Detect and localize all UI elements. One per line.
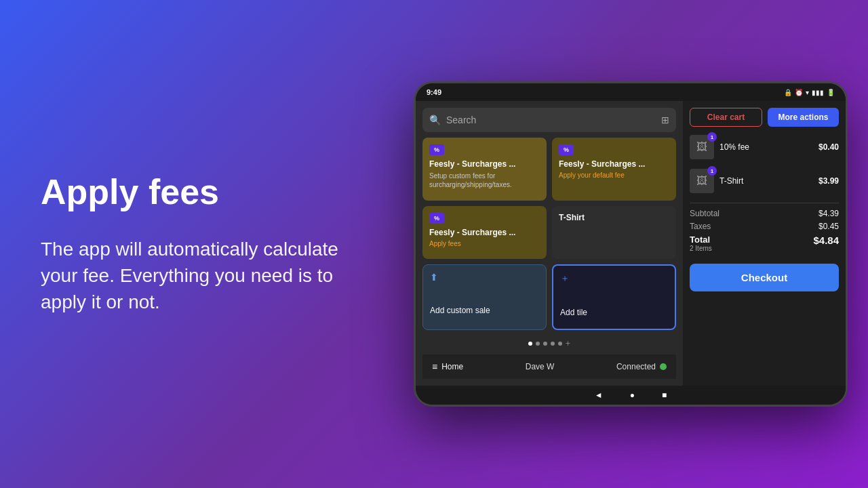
product-grid: % Feesly - Surcharges ... Setup custom f… xyxy=(422,138,676,330)
dot-plus: + xyxy=(566,340,570,348)
app-content: 🔍 Search ⊞ % Feesly - Surcharges ... Set… xyxy=(416,101,846,386)
nav-bar: ◄ ● ■ xyxy=(416,386,846,405)
fee-badge: 1 xyxy=(707,132,717,142)
cart-totals: Subtotal $4.39 Taxes $0.45 Total 2 Items… xyxy=(690,203,839,256)
feesly-1-desc: Setup custom fees for surcharging/shippi… xyxy=(429,171,540,189)
total-value: $4.84 xyxy=(813,235,839,252)
user-label: Dave W xyxy=(526,362,555,371)
tile-add-tile[interactable]: ＋ Add tile xyxy=(552,264,676,330)
more-actions-button[interactable]: More actions xyxy=(768,108,839,127)
subtotal-value: $4.39 xyxy=(818,209,839,218)
tile-feesly-2[interactable]: % Feesly - Surcharges ... Apply your def… xyxy=(552,138,676,201)
cart-item-fee[interactable]: 🖼 1 10% fee $0.40 xyxy=(690,132,839,162)
tshirt-image-icon: 🖼 xyxy=(696,175,707,187)
status-bar: 9:49 🔒 ⏰ ▾ ▮▮▮ 🔋 xyxy=(416,83,846,101)
hamburger-icon: ≡ xyxy=(432,361,437,372)
tshirt-name: T-Shirt xyxy=(559,213,669,222)
cart-item-tshirt[interactable]: 🖼 1 T-Shirt $3.99 xyxy=(690,166,839,196)
custom-sale-label: Add custom sale xyxy=(430,306,539,315)
checkout-button[interactable]: Checkout xyxy=(690,264,839,291)
bottom-user: Dave W xyxy=(526,362,555,371)
upload-icon: ⬆ xyxy=(430,272,539,283)
tablet-wrapper: 9:49 🔒 ⏰ ▾ ▮▮▮ 🔋 🔍 Search ⊞ xyxy=(414,81,848,407)
tile-feesly-3[interactable]: % Feesly - Surcharges ... Apply fees xyxy=(422,206,547,259)
tile-custom-sale[interactable]: ⬆ Add custom sale xyxy=(422,264,547,330)
taxes-value: $0.45 xyxy=(818,222,839,231)
search-input-placeholder: Search xyxy=(446,115,656,125)
subtitle: The app will automatically calculate you… xyxy=(41,236,339,316)
feesly-2-name: Feesly - Surcharges ... xyxy=(559,159,669,169)
feesly-3-badge: % xyxy=(429,213,444,224)
page-dots: + xyxy=(422,336,676,349)
fee-item-price: $0.40 xyxy=(818,142,839,152)
tile-feesly-1[interactable]: % Feesly - Surcharges ... Setup custom f… xyxy=(422,138,547,201)
action-buttons: Clear cart More actions xyxy=(690,108,839,127)
bottom-bar: ≡ Home Dave W Connected xyxy=(422,354,676,379)
feesly-1-badge: % xyxy=(429,144,444,155)
tshirt-item-name: T-Shirt xyxy=(719,176,813,186)
subtotal-row: Subtotal $4.39 xyxy=(690,209,839,218)
wifi-icon: ▾ xyxy=(806,89,809,96)
bottom-home[interactable]: ≡ Home xyxy=(432,361,463,372)
dot-1 xyxy=(528,342,532,346)
cart-item-fee-info: 10% fee xyxy=(719,142,813,152)
taxes-label: Taxes xyxy=(690,222,711,231)
clear-cart-button[interactable]: Clear cart xyxy=(690,108,762,127)
dot-3 xyxy=(543,342,547,346)
lock-icon: 🔒 xyxy=(784,89,792,96)
connected-label: Connected xyxy=(616,362,656,371)
total-row: Total 2 Items $4.84 xyxy=(690,235,839,252)
total-label-col: Total 2 Items xyxy=(690,235,712,252)
back-button[interactable]: ◄ xyxy=(595,390,603,400)
main-title: Apply fees xyxy=(41,173,339,211)
tablet: 9:49 🔒 ⏰ ▾ ▮▮▮ 🔋 🔍 Search ⊞ xyxy=(414,81,848,407)
home-label: Home xyxy=(441,362,463,371)
tshirt-badge: 1 xyxy=(707,166,717,176)
feesly-2-desc: Apply your default fee xyxy=(559,171,669,179)
feesly-3-name: Feesly - Surcharges ... xyxy=(429,228,540,237)
connected-indicator xyxy=(660,363,667,370)
alarm-icon: ⏰ xyxy=(795,89,803,96)
total-label: Total xyxy=(690,235,712,245)
fee-image-icon: 🖼 xyxy=(696,141,707,153)
signal-icon: ▮▮▮ xyxy=(812,89,824,96)
cart-item-fee-image: 🖼 1 xyxy=(690,135,714,159)
feesly-1-name: Feesly - Surcharges ... xyxy=(429,159,540,169)
feesly-2-badge: % xyxy=(559,144,574,155)
status-icons: 🔒 ⏰ ▾ ▮▮▮ 🔋 xyxy=(784,89,835,96)
taxes-row: Taxes $0.45 xyxy=(690,222,839,231)
cart-item-tshirt-info: T-Shirt xyxy=(719,176,813,186)
dot-2 xyxy=(536,342,540,346)
products-panel: 🔍 Search ⊞ % Feesly - Surcharges ... Set… xyxy=(416,101,683,386)
dot-5 xyxy=(558,342,562,346)
status-time: 9:49 xyxy=(427,88,441,96)
home-button[interactable]: ● xyxy=(630,390,635,400)
total-sublabel: 2 Items xyxy=(690,245,712,252)
search-bar[interactable]: 🔍 Search ⊞ xyxy=(422,108,676,132)
fee-item-name: 10% fee xyxy=(719,142,813,152)
subtotal-label: Subtotal xyxy=(690,209,719,218)
tile-tshirt[interactable]: T-Shirt xyxy=(552,206,676,259)
battery-icon: 🔋 xyxy=(827,89,835,96)
bottom-connected: Connected xyxy=(616,362,667,371)
dot-4 xyxy=(551,342,555,346)
feesly-3-desc: Apply fees xyxy=(429,240,540,247)
cart-item-tshirt-image: 🖼 1 xyxy=(690,169,714,193)
left-panel: Apply fees The app will automatically ca… xyxy=(0,132,380,357)
plus-icon: ＋ xyxy=(560,272,668,285)
grid-icon: ⊞ xyxy=(661,115,669,125)
add-tile-label: Add tile xyxy=(560,308,668,317)
recent-button[interactable]: ■ xyxy=(662,390,667,400)
search-icon: 🔍 xyxy=(429,115,441,125)
tshirt-item-price: $3.99 xyxy=(818,176,839,186)
cart-panel: Clear cart More actions 🖼 1 10% fee $0.4… xyxy=(683,101,846,386)
